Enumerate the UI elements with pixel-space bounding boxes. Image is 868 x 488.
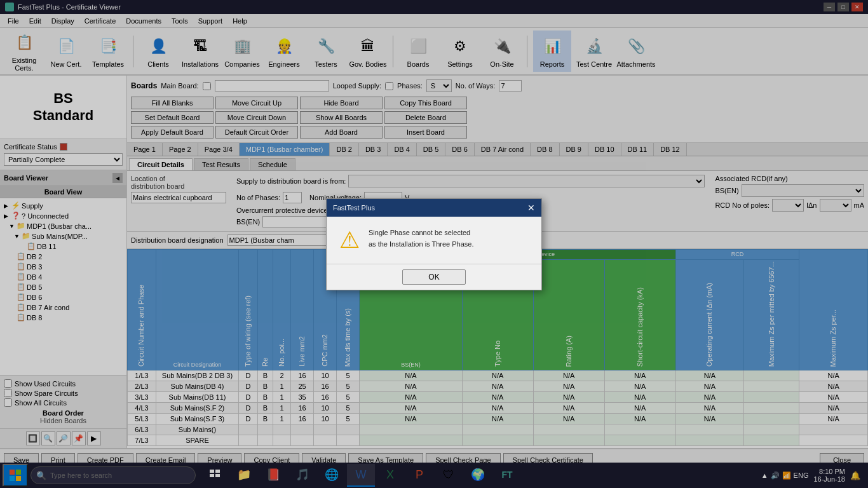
- modal-overlay: FastTest Plus ✕ ⚠ Single Phase cannot be…: [0, 0, 868, 488]
- modal-footer: OK: [327, 264, 541, 290]
- modal-close-button[interactable]: ✕: [527, 203, 535, 213]
- modal-warning-icon: ⚠: [339, 227, 360, 254]
- modal-message-line1: Single Phase cannot be selected: [369, 229, 470, 236]
- modal-dialog: FastTest Plus ✕ ⚠ Single Phase cannot be…: [326, 198, 542, 290]
- modal-title-text: FastTest Plus: [333, 204, 375, 212]
- modal-content: ⚠ Single Phase cannot be selected as the…: [327, 217, 541, 264]
- modal-ok-button[interactable]: OK: [402, 269, 465, 285]
- modal-message-line2: as the Installation is Three Phase.: [369, 240, 474, 248]
- modal-title-bar: FastTest Plus ✕: [327, 199, 541, 217]
- modal-message: Single Phase cannot be selected as the I…: [369, 227, 474, 250]
